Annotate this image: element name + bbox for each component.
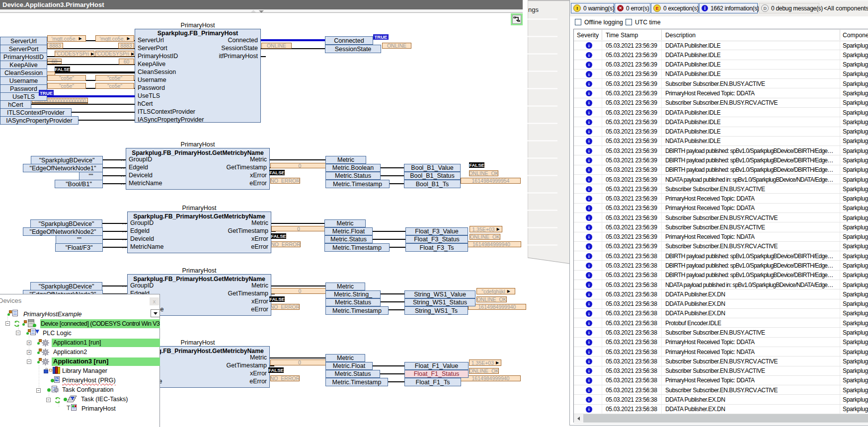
svg-text:ngs: ngs: [528, 6, 539, 13]
